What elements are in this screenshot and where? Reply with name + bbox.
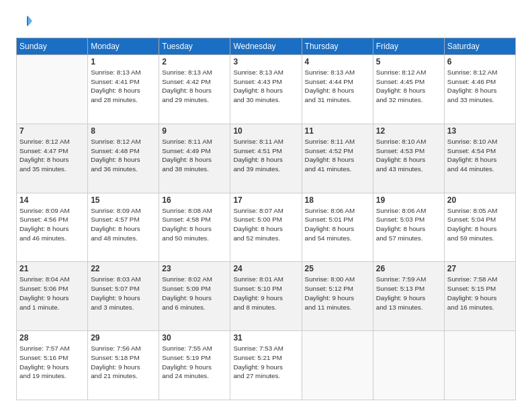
day-number: 10 (233, 126, 298, 136)
calendar-cell (444, 331, 515, 400)
calendar-cell: 19Sunrise: 8:06 AMSunset: 5:03 PMDayligh… (373, 193, 444, 262)
day-info: Sunrise: 8:13 AMSunset: 4:43 PMDaylight:… (233, 68, 298, 105)
calendar-cell: 22Sunrise: 8:03 AMSunset: 5:07 PMDayligh… (88, 262, 159, 331)
day-number: 16 (162, 195, 227, 205)
day-info: Sunrise: 8:13 AMSunset: 4:41 PMDaylight:… (91, 68, 156, 105)
calendar-week-row: 21Sunrise: 8:04 AMSunset: 5:06 PMDayligh… (17, 262, 516, 331)
day-info: Sunrise: 8:10 AMSunset: 4:53 PMDaylight:… (376, 137, 441, 174)
day-info: Sunrise: 8:04 AMSunset: 5:06 PMDaylight:… (19, 275, 85, 312)
day-number: 25 (305, 264, 370, 273)
day-info: Sunrise: 8:03 AMSunset: 5:07 PMDaylight:… (91, 275, 156, 312)
day-number: 29 (91, 333, 156, 342)
day-info: Sunrise: 8:11 AMSunset: 4:52 PMDaylight:… (305, 137, 370, 174)
calendar-cell: 31Sunrise: 7:53 AMSunset: 5:21 PMDayligh… (230, 331, 302, 400)
weekday-header: Tuesday (159, 38, 230, 55)
calendar-cell: 6Sunrise: 8:12 AMSunset: 4:46 PMDaylight… (444, 55, 515, 124)
calendar-cell: 9Sunrise: 8:11 AMSunset: 4:49 PMDaylight… (159, 124, 230, 193)
day-info: Sunrise: 8:06 AMSunset: 5:03 PMDaylight:… (376, 206, 441, 243)
calendar-cell: 16Sunrise: 8:08 AMSunset: 4:58 PMDayligh… (159, 193, 230, 262)
day-info: Sunrise: 8:13 AMSunset: 4:42 PMDaylight:… (162, 68, 227, 105)
calendar-cell: 23Sunrise: 8:02 AMSunset: 5:09 PMDayligh… (159, 262, 230, 331)
calendar-cell (17, 55, 88, 124)
calendar-cell: 21Sunrise: 8:04 AMSunset: 5:06 PMDayligh… (17, 262, 88, 331)
day-number: 13 (447, 126, 513, 136)
calendar-cell: 12Sunrise: 8:10 AMSunset: 4:53 PMDayligh… (373, 124, 444, 193)
weekday-header: Saturday (444, 38, 515, 55)
day-info: Sunrise: 7:53 AMSunset: 5:21 PMDaylight:… (233, 344, 298, 381)
day-number: 30 (162, 333, 227, 342)
calendar-cell: 27Sunrise: 7:58 AMSunset: 5:15 PMDayligh… (444, 262, 515, 331)
day-info: Sunrise: 7:58 AMSunset: 5:15 PMDaylight:… (447, 275, 513, 312)
weekday-header: Wednesday (230, 38, 302, 55)
day-info: Sunrise: 8:00 AMSunset: 5:12 PMDaylight:… (305, 275, 370, 312)
calendar-cell: 18Sunrise: 8:06 AMSunset: 5:01 PMDayligh… (302, 193, 373, 262)
day-number: 18 (305, 195, 370, 205)
calendar-cell: 8Sunrise: 8:12 AMSunset: 4:48 PMDaylight… (88, 124, 159, 193)
calendar-cell: 2Sunrise: 8:13 AMSunset: 4:42 PMDaylight… (159, 55, 230, 124)
day-info: Sunrise: 8:09 AMSunset: 4:56 PMDaylight:… (19, 206, 85, 243)
day-info: Sunrise: 7:57 AMSunset: 5:16 PMDaylight:… (19, 344, 85, 381)
day-info: Sunrise: 8:10 AMSunset: 4:54 PMDaylight:… (447, 137, 513, 174)
day-info: Sunrise: 8:12 AMSunset: 4:47 PMDaylight:… (19, 137, 85, 174)
day-number: 9 (162, 126, 227, 136)
day-number: 28 (19, 333, 85, 342)
calendar-cell: 25Sunrise: 8:00 AMSunset: 5:12 PMDayligh… (302, 262, 373, 331)
day-info: Sunrise: 8:09 AMSunset: 4:57 PMDaylight:… (91, 206, 156, 243)
day-number: 1 (91, 57, 156, 66)
logo-icon (16, 13, 32, 30)
calendar: SundayMondayTuesdayWednesdayThursdayFrid… (16, 38, 516, 400)
weekday-header: Sunday (17, 38, 88, 55)
calendar-cell: 5Sunrise: 8:12 AMSunset: 4:45 PMDaylight… (373, 55, 444, 124)
day-number: 15 (91, 195, 156, 205)
day-info: Sunrise: 8:11 AMSunset: 4:51 PMDaylight:… (233, 137, 298, 174)
day-number: 3 (233, 57, 298, 66)
calendar-cell: 10Sunrise: 8:11 AMSunset: 4:51 PMDayligh… (230, 124, 302, 193)
day-number: 26 (376, 264, 441, 273)
day-number: 19 (376, 195, 441, 205)
calendar-cell: 20Sunrise: 8:05 AMSunset: 5:04 PMDayligh… (444, 193, 515, 262)
day-info: Sunrise: 8:05 AMSunset: 5:04 PMDaylight:… (447, 206, 513, 243)
day-number: 23 (162, 264, 227, 273)
day-number: 2 (162, 57, 227, 66)
day-number: 4 (305, 57, 370, 66)
calendar-cell: 1Sunrise: 8:13 AMSunset: 4:41 PMDaylight… (88, 55, 159, 124)
day-info: Sunrise: 8:11 AMSunset: 4:49 PMDaylight:… (162, 137, 227, 174)
header (16, 13, 516, 30)
day-number: 5 (376, 57, 441, 66)
calendar-cell: 13Sunrise: 8:10 AMSunset: 4:54 PMDayligh… (444, 124, 515, 193)
calendar-cell: 24Sunrise: 8:01 AMSunset: 5:10 PMDayligh… (230, 262, 302, 331)
logo (16, 13, 35, 30)
calendar-cell (373, 331, 444, 400)
day-info: Sunrise: 8:07 AMSunset: 5:00 PMDaylight:… (233, 206, 298, 243)
day-info: Sunrise: 7:59 AMSunset: 5:13 PMDaylight:… (376, 275, 441, 312)
calendar-cell: 15Sunrise: 8:09 AMSunset: 4:57 PMDayligh… (88, 193, 159, 262)
calendar-week-row: 14Sunrise: 8:09 AMSunset: 4:56 PMDayligh… (17, 193, 516, 262)
calendar-cell: 3Sunrise: 8:13 AMSunset: 4:43 PMDaylight… (230, 55, 302, 124)
day-number: 7 (19, 126, 85, 136)
weekday-header: Friday (373, 38, 444, 55)
day-number: 31 (233, 333, 298, 342)
day-number: 22 (91, 264, 156, 273)
day-info: Sunrise: 8:02 AMSunset: 5:09 PMDaylight:… (162, 275, 227, 312)
calendar-cell: 28Sunrise: 7:57 AMSunset: 5:16 PMDayligh… (17, 331, 88, 400)
calendar-cell: 4Sunrise: 8:13 AMSunset: 4:44 PMDaylight… (302, 55, 373, 124)
day-number: 17 (233, 195, 298, 205)
day-info: Sunrise: 8:12 AMSunset: 4:45 PMDaylight:… (376, 68, 441, 105)
calendar-cell: 17Sunrise: 8:07 AMSunset: 5:00 PMDayligh… (230, 193, 302, 262)
day-number: 14 (19, 195, 85, 205)
day-number: 12 (376, 126, 441, 136)
weekday-header: Monday (88, 38, 159, 55)
day-number: 21 (19, 264, 85, 273)
day-info: Sunrise: 8:06 AMSunset: 5:01 PMDaylight:… (305, 206, 370, 243)
day-info: Sunrise: 8:12 AMSunset: 4:48 PMDaylight:… (91, 137, 156, 174)
calendar-cell: 11Sunrise: 8:11 AMSunset: 4:52 PMDayligh… (302, 124, 373, 193)
day-number: 24 (233, 264, 298, 273)
day-info: Sunrise: 8:13 AMSunset: 4:44 PMDaylight:… (305, 68, 370, 105)
calendar-week-row: 28Sunrise: 7:57 AMSunset: 5:16 PMDayligh… (17, 331, 516, 400)
weekday-header: Thursday (302, 38, 373, 55)
day-info: Sunrise: 8:01 AMSunset: 5:10 PMDaylight:… (233, 275, 298, 312)
calendar-cell (302, 331, 373, 400)
day-number: 27 (447, 264, 513, 273)
calendar-header-row: SundayMondayTuesdayWednesdayThursdayFrid… (17, 38, 516, 55)
svg-marker-1 (28, 15, 32, 26)
